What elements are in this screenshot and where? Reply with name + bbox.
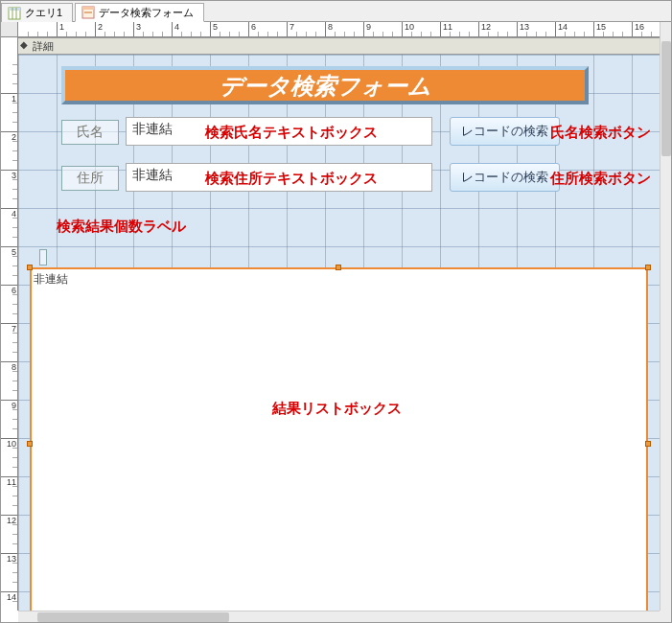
svg-rect-1 [9, 8, 20, 11]
scroll-thumb[interactable] [661, 41, 671, 156]
button-search-name[interactable]: レコードの検索 [450, 117, 560, 146]
annotation-name-button: 氏名検索ボタン [550, 124, 651, 142]
scrollbar-vertical[interactable] [660, 22, 671, 611]
selection-handle[interactable] [336, 265, 341, 270]
button-search-address[interactable]: レコードの検索 [450, 163, 560, 192]
listbox-value: 非連結 [34, 271, 68, 288]
selection-handle[interactable] [27, 265, 33, 270]
selection-handle[interactable] [27, 441, 33, 447]
tab-label: クエリ1 [25, 6, 62, 20]
tab-search-form[interactable]: データ検索フォーム [75, 3, 204, 22]
scroll-corner [660, 611, 671, 622]
datasheet-icon [8, 7, 21, 20]
form-title-label[interactable]: データ検索フォーム [61, 66, 589, 104]
label-address[interactable]: 住所 [61, 166, 119, 191]
annotation-address-button: 住所検索ボタン [550, 170, 651, 188]
form-grid[interactable]: データ検索フォーム 氏名 非連結 レコードの検索 住所 非連結 レコードの検索 … [18, 55, 660, 611]
textbox-name[interactable]: 非連結 [126, 117, 432, 146]
tab-query1[interactable]: クエリ1 [1, 3, 73, 22]
scrollbar-horizontal[interactable] [18, 611, 660, 622]
annotation-result-count-label: 検索結果個数ラベル [57, 218, 186, 236]
tab-bar: クエリ1 データ検索フォーム [1, 1, 671, 22]
ruler-corner [1, 22, 18, 37]
listbox-results[interactable]: 非連結 [30, 267, 648, 611]
tab-label: データ検索フォーム [99, 6, 194, 20]
design-surface: ◆ 詳細 データ検索フォーム 氏名 非連結 レコードの検索 住所 非連結 レコー… [18, 37, 660, 611]
svg-rect-5 [82, 7, 94, 10]
label-name[interactable]: 氏名 [61, 120, 119, 145]
svg-rect-6 [84, 12, 92, 13]
scroll-thumb[interactable] [37, 612, 229, 622]
textbox-address[interactable]: 非連結 [126, 163, 432, 192]
section-header-label: 詳細 [33, 39, 54, 54]
selection-handle[interactable] [645, 265, 651, 270]
section-toggle-icon: ◆ [20, 41, 30, 51]
form-icon [81, 6, 95, 19]
ruler-vertical: 123456789101112131415 [1, 37, 18, 611]
ruler-horizontal: 1234567891011121314151617 [18, 22, 660, 37]
section-header-detail[interactable]: ◆ 詳細 [18, 37, 660, 55]
selection-handle[interactable] [645, 441, 651, 447]
label-result-count[interactable] [39, 249, 47, 265]
